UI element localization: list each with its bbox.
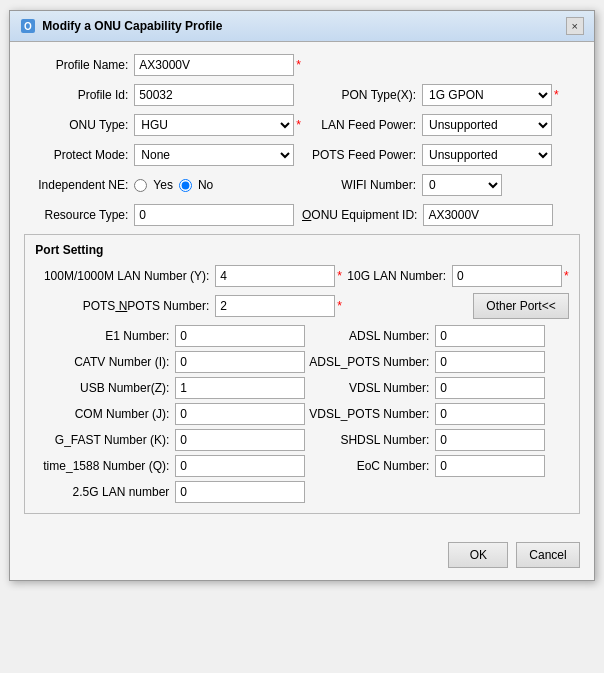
profile-name-input[interactable] <box>134 54 294 76</box>
independent-ne-yes-label: Yes <box>153 178 173 192</box>
lan-feed-power-select[interactable]: Unsupported <box>422 114 552 136</box>
independent-ne-label: Independent NE: <box>24 178 134 192</box>
protect-mode-select[interactable]: None <box>134 144 294 166</box>
com-label: COM Number (J): <box>35 407 175 421</box>
lan-10g-label: 10G LAN Number: <box>342 269 452 283</box>
protect-pots-row: Protect Mode: None POTS Feed Power: Unsu… <box>24 144 579 166</box>
independent-ne-no-radio[interactable] <box>179 179 192 192</box>
profile-name-row: Profile Name: * <box>24 54 579 76</box>
port-setting-group: Port Setting 100M/1000M LAN Number (Y): … <box>24 234 579 514</box>
resource-equipment-row: Resource Type: OONU Equipment ID: <box>24 204 579 226</box>
lan25g-row: 2.5G LAN number <box>35 481 568 503</box>
ok-button[interactable]: OK <box>448 542 508 568</box>
onu-type-label: ONU Type: <box>24 118 134 132</box>
catv-input[interactable] <box>175 351 305 373</box>
lan-number-label: 100M/1000M LAN Number (Y): <box>35 269 215 283</box>
com-vdslpots-row: COM Number (J): VDSL_POTS Number: <box>35 403 568 425</box>
dialog-title: Modify a ONU Capability Profile <box>42 19 222 33</box>
time-1588-label: time_1588 Number (Q): <box>35 459 175 473</box>
onu-equipment-id-input[interactable] <box>423 204 553 226</box>
vdsl-pots-label: VDSL_POTS Number: <box>305 407 435 421</box>
onu-equipment-id-label: OONU Equipment ID: <box>302 208 423 222</box>
lan-2-5g-input[interactable] <box>175 481 305 503</box>
lan-number-input[interactable] <box>215 265 335 287</box>
independent-ne-radio-group: Yes No <box>134 178 213 192</box>
adsl-input[interactable] <box>435 325 545 347</box>
profile-id-label: Profile Id: <box>24 88 134 102</box>
vdsl-label: VDSL Number: <box>305 381 435 395</box>
profile-name-required: * <box>296 58 301 72</box>
port-setting-title: Port Setting <box>35 243 568 257</box>
other-port-button[interactable]: Other Port<< <box>473 293 568 319</box>
usb-input[interactable] <box>175 377 305 399</box>
pots-feed-power-label: POTS Feed Power: <box>302 148 422 162</box>
vdsl-input[interactable] <box>435 377 545 399</box>
lan-2-5g-label: 2.5G LAN number <box>35 485 175 499</box>
lan-feed-power-label: LAN Feed Power: <box>302 118 422 132</box>
shdsl-label: SHDSL Number: <box>305 433 435 447</box>
independent-ne-yes-radio[interactable] <box>134 179 147 192</box>
wifi-number-label: WIFI Number: <box>302 178 422 192</box>
time-1588-input[interactable] <box>175 455 305 477</box>
catv-label: CATV Number (I): <box>35 355 175 369</box>
e1-label: E1 Number: <box>35 329 175 343</box>
protect-mode-label: Protect Mode: <box>24 148 134 162</box>
e1-adsl-row: E1 Number: ADSL Number: <box>35 325 568 347</box>
independent-ne-no-label: No <box>198 178 213 192</box>
pots-number-label: POTS NPOTS Number: <box>35 299 215 313</box>
adsl-label: ADSL Number: <box>305 329 435 343</box>
resource-type-label: Resource Type: <box>24 208 134 222</box>
shdsl-input[interactable] <box>435 429 545 451</box>
e1-input[interactable] <box>175 325 305 347</box>
time1588-eoc-row: time_1588 Number (Q): EoC Number: <box>35 455 568 477</box>
vdsl-pots-input[interactable] <box>435 403 545 425</box>
g-fast-input[interactable] <box>175 429 305 451</box>
lan-10g-row: 100M/1000M LAN Number (Y): * 10G LAN Num… <box>35 265 568 287</box>
eoc-label: EoC Number: <box>305 459 435 473</box>
g-fast-label: G_FAST Number (K): <box>35 433 175 447</box>
dialog-icon: O <box>20 18 36 34</box>
modify-onu-dialog: O Modify a ONU Capability Profile × Prof… <box>9 10 594 581</box>
usb-label: USB Number(Z): <box>35 381 175 395</box>
form-content: Profile Name: * Profile Id: PON Type(X):… <box>10 42 593 534</box>
catv-adslpots-row: CATV Number (I): ADSL_POTS Number: <box>35 351 568 373</box>
profile-name-label: Profile Name: <box>24 58 134 72</box>
svg-text:O: O <box>24 21 32 32</box>
onu-type-select[interactable]: HGU <box>134 114 294 136</box>
profile-id-input[interactable] <box>134 84 294 106</box>
pots-otherport-row: POTS NPOTS Number: * Other Port<< <box>35 293 568 319</box>
wifi-number-select[interactable]: 0 <box>422 174 502 196</box>
pon-type-label: PON Type(X): <box>302 88 422 102</box>
onu-type-lan-row: ONU Type: HGU * LAN Feed Power: Unsuppor… <box>24 114 579 136</box>
usb-vdsl-row: USB Number(Z): VDSL Number: <box>35 377 568 399</box>
lan-10g-input[interactable] <box>452 265 562 287</box>
com-input[interactable] <box>175 403 305 425</box>
cancel-button[interactable]: Cancel <box>516 542 579 568</box>
resource-type-input[interactable] <box>134 204 294 226</box>
gfast-shdsl-row: G_FAST Number (K): SHDSL Number: <box>35 429 568 451</box>
close-button[interactable]: × <box>566 17 584 35</box>
adsl-pots-label: ADSL_POTS Number: <box>305 355 435 369</box>
adsl-pots-input[interactable] <box>435 351 545 373</box>
pots-number-input[interactable] <box>215 295 335 317</box>
pon-type-select[interactable]: 1G GPON <box>422 84 552 106</box>
independent-wifi-row: Independent NE: Yes No WIFI Number: 0 <box>24 174 579 196</box>
bottom-buttons: OK Cancel <box>10 534 593 580</box>
title-bar: O Modify a ONU Capability Profile × <box>10 11 593 42</box>
eoc-input[interactable] <box>435 455 545 477</box>
profile-id-pon-row: Profile Id: PON Type(X): 1G GPON * <box>24 84 579 106</box>
pots-feed-power-select[interactable]: Unsupported <box>422 144 552 166</box>
